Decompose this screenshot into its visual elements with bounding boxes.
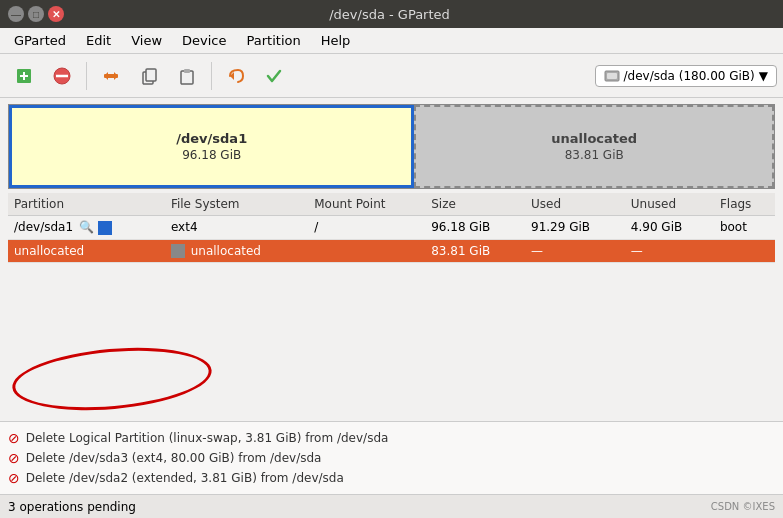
disk-partition-sda1[interactable]: /dev/sda1 96.18 GiB — [9, 105, 414, 188]
col-header-unused: Unused — [625, 193, 714, 216]
op-text: Delete /dev/sda2 (extended, 3.81 GiB) fr… — [26, 471, 344, 485]
cell-used: — — [525, 239, 625, 263]
disk-partition-unallocated[interactable]: unallocated 83.81 GiB — [414, 105, 774, 188]
delete-button[interactable] — [44, 59, 80, 93]
menu-partition[interactable]: Partition — [239, 31, 309, 50]
device-dropdown-icon: ▼ — [759, 69, 768, 83]
device-label: /dev/sda (180.00 GiB) — [624, 69, 755, 83]
sda1-size: 96.18 GiB — [182, 148, 241, 162]
copy-button[interactable] — [131, 59, 167, 93]
cell-filesystem: unallocated — [165, 239, 308, 263]
svg-rect-9 — [146, 69, 156, 81]
operation-item: ⊘ Delete /dev/sda3 (ext4, 80.00 GiB) fro… — [8, 448, 775, 468]
col-header-filesystem: File System — [165, 193, 308, 216]
op-text: Delete /dev/sda3 (ext4, 80.00 GiB) from … — [26, 451, 322, 465]
op-text: Delete Logical Partition (linux-swap, 3.… — [26, 431, 389, 445]
cell-used: 91.29 GiB — [525, 216, 625, 240]
menu-gparted[interactable]: GParted — [6, 31, 74, 50]
menu-view[interactable]: View — [123, 31, 170, 50]
undo-button[interactable] — [218, 59, 254, 93]
annotation-circle — [10, 340, 214, 417]
cell-flags: boot — [714, 216, 775, 240]
new-button[interactable] — [6, 59, 42, 93]
cell-partition: unallocated — [8, 239, 165, 263]
cell-size: 83.81 GiB — [425, 239, 525, 263]
menu-help[interactable]: Help — [313, 31, 359, 50]
svg-rect-11 — [184, 69, 190, 73]
unallocated-label: unallocated — [551, 131, 637, 146]
statusbar: 3 operations pending CSDN ©IXES — [0, 494, 783, 518]
op-icon: ⊘ — [8, 450, 20, 466]
col-header-used: Used — [525, 193, 625, 216]
unallocated-size: 83.81 GiB — [565, 148, 624, 162]
paste-icon — [177, 66, 197, 86]
svg-rect-14 — [607, 73, 617, 79]
operations-panel: ⊘ Delete Logical Partition (linux-swap, … — [0, 421, 783, 494]
svg-marker-6 — [104, 72, 108, 80]
menu-device[interactable]: Device — [174, 31, 234, 50]
resize-button[interactable] — [93, 59, 129, 93]
cell-mountpoint: / — [308, 216, 425, 240]
maximize-button[interactable]: □ — [28, 6, 44, 22]
pending-operations: 3 operations pending — [8, 500, 136, 514]
minimize-button[interactable]: — — [8, 6, 24, 22]
table-header-row: Partition File System Mount Point Size U… — [8, 193, 775, 216]
window-title: /dev/sda - GParted — [64, 7, 715, 22]
op-icon: ⊘ — [8, 430, 20, 446]
partition-color-icon — [171, 244, 185, 258]
cell-mountpoint — [308, 239, 425, 263]
col-header-mountpoint: Mount Point — [308, 193, 425, 216]
toolbar: /dev/sda (180.00 GiB) ▼ — [0, 54, 783, 98]
toolbar-separator-1 — [86, 62, 87, 90]
menubar: GParted Edit View Device Partition Help — [0, 28, 783, 54]
cell-unused: 4.90 GiB — [625, 216, 714, 240]
cell-partition: /dev/sda1 🔍 — [8, 216, 165, 240]
resize-icon — [101, 66, 121, 86]
col-header-partition: Partition — [8, 193, 165, 216]
cell-size: 96.18 GiB — [425, 216, 525, 240]
cell-unused: — — [625, 239, 714, 263]
apply-icon — [264, 66, 284, 86]
operation-item: ⊘ Delete Logical Partition (linux-swap, … — [8, 428, 775, 448]
delete-icon — [52, 66, 72, 86]
device-selector[interactable]: /dev/sda (180.00 GiB) ▼ — [595, 65, 778, 87]
partition-table: Partition File System Mount Point Size U… — [0, 193, 783, 341]
cell-flags — [714, 239, 775, 263]
operation-item: ⊘ Delete /dev/sda2 (extended, 3.81 GiB) … — [8, 468, 775, 488]
op-icon: ⊘ — [8, 470, 20, 486]
table-row[interactable]: /dev/sda1 🔍 ext4 / 96.18 GiB 91.29 GiB 4… — [8, 216, 775, 240]
svg-marker-7 — [114, 72, 118, 80]
disk-visual: /dev/sda1 96.18 GiB unallocated 83.81 Gi… — [8, 104, 775, 189]
close-button[interactable]: ✕ — [48, 6, 64, 22]
col-header-size: Size — [425, 193, 525, 216]
apply-button[interactable] — [256, 59, 292, 93]
new-icon — [14, 66, 34, 86]
table-row[interactable]: unallocated unallocated 83.81 GiB — — — [8, 239, 775, 263]
cell-filesystem: ext4 — [165, 216, 308, 240]
menu-edit[interactable]: Edit — [78, 31, 119, 50]
sda1-label: /dev/sda1 — [176, 131, 247, 146]
copy-icon — [139, 66, 159, 86]
partition-color-icon — [98, 221, 112, 235]
watermark: CSDN ©IXES — [711, 501, 775, 512]
paste-button[interactable] — [169, 59, 205, 93]
disk-icon — [604, 69, 620, 83]
toolbar-separator-2 — [211, 62, 212, 90]
annotation-area — [0, 341, 783, 421]
col-header-flags: Flags — [714, 193, 775, 216]
undo-icon — [226, 66, 246, 86]
search-icon[interactable]: 🔍 — [79, 220, 94, 234]
titlebar: — □ ✕ /dev/sda - GParted — [0, 0, 783, 28]
